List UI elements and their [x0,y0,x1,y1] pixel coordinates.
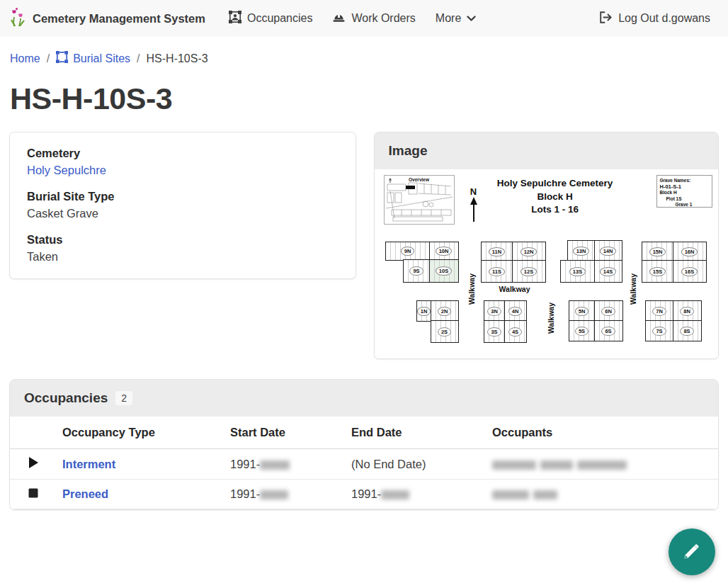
cemetery-link[interactable]: Holy Sepulchre [27,164,106,176]
map-lot-16n: 16N [673,242,707,261]
breadcrumb-separator: / [47,52,50,65]
column-icon [10,417,54,449]
map-lot-1n: 1N [416,300,432,322]
field-label: Burial Site Type [27,188,339,205]
field-cemetery: Cemetery Holy Sepulchre [27,145,339,179]
lot-label: 9S [409,266,423,276]
app-brand[interactable]: Cemetery Management System [10,7,205,30]
lot-label: 15N [649,247,666,256]
map-lot-7s: 7S [645,320,674,341]
occupancies-count-badge: 2 [115,391,132,405]
map-lot-7n: 7N [645,300,674,322]
nav-item-work-orders[interactable]: Work Orders [324,6,423,32]
lot-label: 14S [600,267,616,276]
start-date-value: 1991- [230,487,260,500]
content-row: Cemetery Holy Sepulchre Burial Site Type… [0,132,728,359]
lot-label: 16S [681,267,698,276]
breadcrumb-home[interactable]: Home [10,52,40,65]
tulip-logo-icon [10,7,26,30]
lot-label: 8N [680,307,694,316]
image-card-header: Image [375,132,718,169]
occupancies-header: Occupancies 2 [10,380,718,417]
redacted-text [492,490,529,499]
lot-label: 13S [569,267,586,276]
lot-label: 6S [601,327,615,336]
lot-label: 2N [438,307,452,316]
occupancy-type-link[interactable]: Preneed [62,487,108,500]
map-overview-thumbnail: Overview [384,175,455,225]
map-lot-9s: 9S [403,259,431,283]
occupancy-type-link[interactable]: Interment [62,458,115,470]
occupancies-title: Occupancies [24,390,108,406]
lot-label: 16N [681,247,698,256]
end-date-value: (No End Date) [351,458,426,470]
map-lot-6n: 6N [594,300,623,322]
map-lot-12n: 12N [512,242,546,261]
lot-label: 15S [649,267,666,276]
breadcrumb-label: Burial Sites [73,52,130,65]
lot-label: 5N [575,307,589,316]
table-header-row: Occupancy Type Start Date End Date Occup… [10,417,718,449]
column-occupants: Occupants [484,417,718,449]
redacted-text [260,490,288,499]
column-start-date: Start Date [222,417,343,449]
pencil-icon [682,541,702,563]
edit-fab-button[interactable] [669,528,715,575]
map-lot-15n: 15N [642,242,674,261]
walkway-label: Walkway [490,283,540,295]
page-title: HS-H-10S-3 [10,81,718,116]
map-lot-12s: 12S [512,260,546,283]
nav-label: More [436,12,461,25]
field-status: Status Taken [27,231,339,265]
lot-label: 8S [680,327,693,336]
walkway-label: Walkway [461,268,482,310]
map-lot-5s: 5S [569,320,596,341]
lot-label: 4N [508,307,523,316]
legend-line: Block H [660,190,709,196]
nav-item-more[interactable]: More [428,6,484,30]
map-lot-3n: 3N [484,300,506,322]
field-value: Casket Grave [27,205,339,222]
app-title: Cemetery Management System [33,12,205,26]
field-label: Status [27,231,339,248]
map-lot-14s: 14S [594,260,622,283]
breadcrumb-current: HS-H-10S-3 [147,52,208,65]
map-lot-2n: 2N [431,300,459,322]
grave-names-legend: Grave Names: H-01-S-1 Block H Plot 1S Gr… [656,175,712,208]
end-date-value: 1991- [351,487,381,500]
lot-label: 13N [573,247,590,256]
map-lot-9n: 9N [385,242,431,261]
logout-icon [599,11,613,26]
cemetery-map[interactable]: Overview [383,171,712,354]
hard-hat-icon [332,11,346,26]
overview-label: Overview [385,177,454,182]
lot-label: 7N [652,307,666,316]
navbar-right: Log Out d.gowans [591,6,718,32]
column-end-date: End Date [343,417,484,449]
table-row-preneed[interactable]: Preneed 1991- 1991- [10,480,718,509]
map-lot-10n: 10N [429,242,459,261]
lot-label: 11N [489,247,505,256]
column-occupancy-type: Occupancy Type [54,417,222,449]
map-title-line: Block H [470,191,640,204]
breadcrumb-burial-sites[interactable]: Burial Sites [56,51,130,66]
map-lot-10s: 10S [429,259,459,283]
lot-label: 1N [417,307,431,316]
lot-label: 12N [521,247,538,256]
lot-label: 9N [401,247,415,256]
logout-button[interactable]: Log Out d.gowans [591,6,718,32]
breadcrumb-separator: / [137,52,140,65]
lot-label: 10N [436,247,453,256]
status-value: Taken [27,248,339,265]
map-lot-3s: 3S [484,320,506,343]
lot-label: 10S [436,266,452,276]
legend-line: H-01-S-1 [660,184,709,191]
nav-item-occupancies[interactable]: Occupancies [221,5,321,32]
table-row-interment[interactable]: Interment 1991- (No End Date) [10,449,718,480]
redacted-text [381,490,409,499]
redacted-text [492,460,536,470]
legend-line: Plot 1S [660,196,709,203]
image-card: Image Overview [374,132,719,359]
lot-label: 2S [438,327,451,337]
start-date-value: 1991- [230,458,260,470]
